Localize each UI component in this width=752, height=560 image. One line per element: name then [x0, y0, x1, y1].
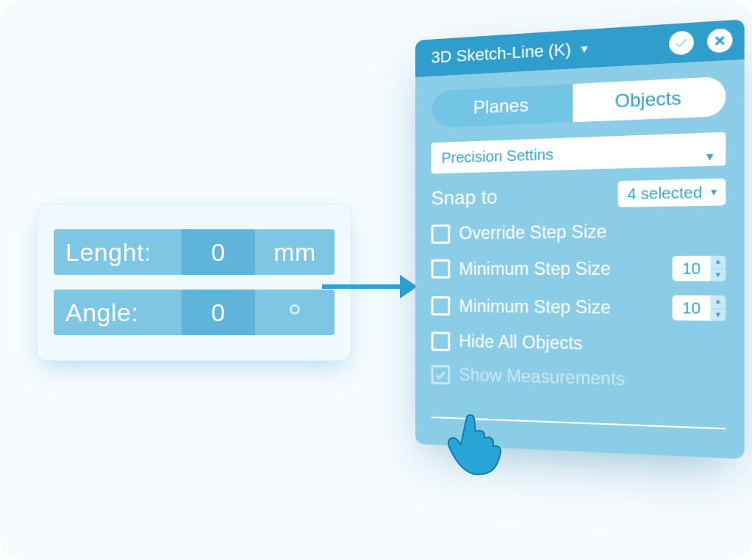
precision-label: Precision Settins [441, 146, 553, 166]
option-label: Override Step Size [459, 221, 606, 243]
angle-row: Angle: 0 [54, 290, 334, 335]
snap-to-value: 4 selected [627, 183, 702, 203]
panel-title: 3D Sketch-Line (K) [431, 40, 571, 68]
angle-unit [255, 290, 334, 335]
checkbox-unchecked-icon[interactable] [431, 224, 451, 243]
sketch-line-panel: 3D Sketch-Line (K) ▼ Planes Objects Prec… [415, 19, 745, 459]
tab-objects[interactable]: Objects [573, 76, 726, 123]
checkbox-unchecked-icon[interactable] [431, 259, 451, 279]
measurements-card: Lenght: 0 mm Angle: 0 [37, 204, 351, 361]
step-size-spinner-1[interactable]: 10 ▲ ▼ [673, 256, 726, 281]
checkbox-unchecked-icon[interactable] [431, 331, 451, 351]
snap-to-select[interactable]: 4 selected ▼ [617, 179, 726, 207]
option-min-step-2[interactable]: Minimum Step Size 10 ▲ ▼ [431, 294, 726, 321]
chevron-down-icon: ▼ [709, 187, 719, 198]
option-label: Show Measurements [459, 365, 625, 390]
length-label: Lenght: [54, 229, 182, 275]
spinner-down-icon[interactable]: ▼ [711, 309, 726, 321]
spinner-up-icon[interactable]: ▲ [711, 256, 726, 269]
cursor-hand-icon [445, 408, 508, 475]
option-override-step[interactable]: Override Step Size [431, 220, 726, 244]
option-hide-all[interactable]: Hide All Objects [431, 331, 726, 356]
tabs: Planes Objects [431, 76, 726, 128]
length-row: Lenght: 0 mm [54, 229, 334, 275]
spinner-value[interactable]: 10 [673, 295, 711, 321]
angle-label: Angle: [54, 290, 182, 335]
step-size-spinner-2[interactable]: 10 ▲ ▼ [673, 295, 726, 321]
tab-planes[interactable]: Planes [431, 84, 573, 128]
snap-to-label: Snap to [431, 185, 498, 209]
precision-dropdown[interactable]: Precision Settins ▼ [431, 132, 726, 174]
checkbox-unchecked-icon[interactable] [431, 296, 451, 315]
option-min-step-1[interactable]: Minimum Step Size 10 ▲ ▼ [431, 256, 726, 281]
close-button[interactable] [707, 28, 732, 54]
option-label: Minimum Step Size [459, 258, 611, 279]
angle-value[interactable]: 0 [182, 290, 255, 335]
spinner-down-icon[interactable]: ▼ [711, 269, 726, 281]
chevron-down-icon: ▼ [704, 150, 716, 163]
chevron-down-icon[interactable]: ▼ [579, 43, 590, 56]
snap-to-row: Snap to 4 selected ▼ [431, 179, 726, 211]
option-label: Hide All Objects [459, 331, 582, 354]
arrow-icon [322, 282, 418, 291]
length-value[interactable]: 0 [182, 229, 255, 275]
checkbox-checked-icon[interactable] [431, 365, 451, 384]
degree-icon [290, 304, 300, 315]
spinner-value[interactable]: 10 [673, 256, 711, 281]
canvas: Lenght: 0 mm Angle: 0 3D Sketch-Line (K)… [0, 0, 752, 560]
option-show-measurements[interactable]: Show Measurements [431, 365, 726, 393]
spinner-up-icon[interactable]: ▲ [711, 295, 726, 309]
accept-button[interactable] [669, 30, 694, 55]
length-unit: mm [255, 229, 334, 275]
option-label: Minimum Step Size [459, 296, 611, 318]
